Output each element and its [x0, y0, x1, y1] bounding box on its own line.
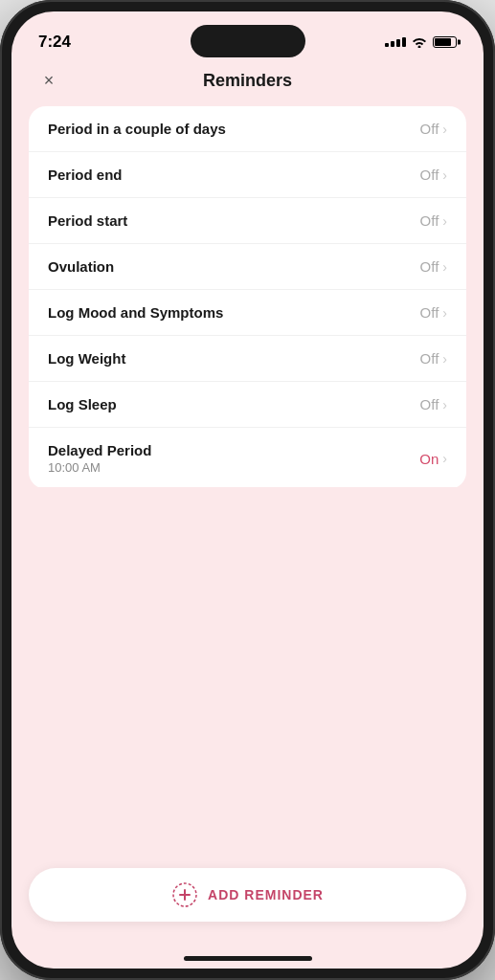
reminder-status-log-sleep: Off	[420, 396, 439, 412]
reminder-label-delayed-period: Delayed Period	[48, 442, 151, 458]
reminder-label-log-weight: Log Weight	[48, 350, 125, 367]
dynamic-island	[191, 25, 305, 57]
chevron-icon: ›	[442, 451, 447, 466]
reminder-status-log-mood: Off	[420, 304, 439, 321]
wifi-icon	[412, 36, 427, 48]
add-reminder-button[interactable]: ADD REMINDER	[29, 868, 466, 922]
page-title: Reminders	[203, 71, 292, 91]
chevron-icon: ›	[442, 397, 447, 412]
reminder-status-period-days: Off	[420, 121, 439, 137]
reminder-label-log-mood: Log Mood and Symptoms	[48, 304, 223, 321]
reminder-status-ovulation: Off	[420, 258, 439, 275]
reminder-label-period-end: Period end	[48, 167, 123, 183]
phone-frame: 7:24 × Reminders	[0, 0, 495, 980]
reminder-label-period-start: Period start	[48, 212, 127, 229]
reminder-item-delayed-period[interactable]: Delayed Period10:00 AMOn›	[29, 428, 466, 487]
chevron-icon: ›	[442, 213, 447, 229]
status-icons	[385, 36, 457, 48]
reminder-status-period-start: Off	[420, 212, 439, 229]
reminder-item-period-days[interactable]: Period in a couple of daysOff›	[29, 106, 466, 152]
signal-icon	[385, 37, 406, 47]
reminder-status-delayed-period: On	[419, 451, 439, 467]
reminder-item-period-start[interactable]: Period startOff›	[29, 198, 466, 244]
reminders-list: Period in a couple of daysOff›Period end…	[29, 106, 466, 487]
reminder-sublabel-delayed-period: 10:00 AM	[48, 460, 151, 475]
reminder-label-log-sleep: Log Sleep	[48, 396, 117, 412]
reminder-item-log-weight[interactable]: Log WeightOff›	[29, 336, 466, 382]
reminder-label-ovulation: Ovulation	[48, 258, 114, 275]
reminder-status-period-end: Off	[420, 167, 439, 183]
battery-icon	[433, 36, 457, 48]
home-indicator	[184, 956, 312, 961]
reminder-status-log-weight: Off	[420, 350, 439, 367]
page-header: × Reminders	[11, 59, 484, 106]
add-reminder-section: ADD REMINDER	[11, 868, 484, 956]
reminder-item-period-end[interactable]: Period endOff›	[29, 152, 466, 198]
reminder-item-log-sleep[interactable]: Log SleepOff›	[29, 382, 466, 428]
main-content: Period in a couple of daysOff›Period end…	[11, 106, 484, 487]
reminder-item-ovulation[interactable]: OvulationOff›	[29, 244, 466, 290]
reminder-label-period-days: Period in a couple of days	[48, 121, 226, 137]
add-reminder-icon	[171, 881, 198, 908]
spacer	[11, 487, 484, 868]
add-reminder-label: ADD REMINDER	[208, 887, 324, 902]
status-time: 7:24	[38, 33, 71, 52]
chevron-icon: ›	[442, 167, 447, 183]
close-button[interactable]: ×	[34, 67, 63, 96]
phone-screen: 7:24 × Reminders	[11, 11, 484, 969]
chevron-icon: ›	[442, 259, 447, 275]
chevron-icon: ›	[442, 122, 447, 137]
chevron-icon: ›	[442, 305, 447, 321]
reminder-item-log-mood[interactable]: Log Mood and SymptomsOff›	[29, 290, 466, 336]
chevron-icon: ›	[442, 351, 447, 367]
